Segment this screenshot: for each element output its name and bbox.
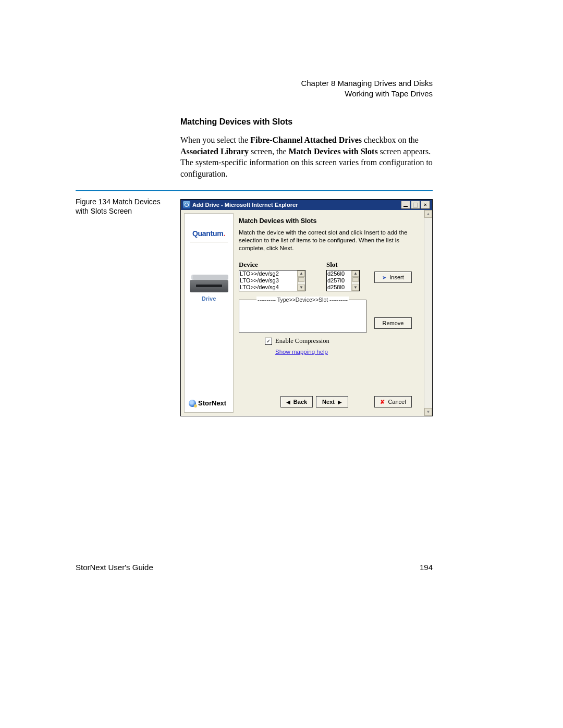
body-paragraph: When you select the Fibre-Channel Attach… [180, 134, 441, 179]
stornext-icon [189, 400, 196, 407]
mapping-legend: ---------- Type>>Device>>Slot ---------- [255, 297, 350, 303]
device-column: Device LTO>>/dev/sg2 LTO>>/dev/sg3 LTO>>… [239, 261, 305, 291]
footer-page-number: 194 [420, 563, 433, 572]
ie-icon [183, 201, 190, 208]
scroll-down-icon[interactable]: ▼ [352, 285, 359, 291]
scroll-down-icon[interactable]: ▼ [298, 285, 305, 291]
device-listbox[interactable]: LTO>>/dev/sg2 LTO>>/dev/sg3 LTO>>/dev/sg… [239, 270, 305, 291]
scroll-up-icon[interactable]: ▲ [298, 270, 305, 277]
slot-column: Slot d256l0 d257l0 d258l0 ▲ ▼ [326, 261, 360, 291]
screen-description: Match the device with the correct slot a… [239, 229, 421, 252]
stornext-logo: StorNext [189, 399, 226, 407]
chapter-subtitle: Working with Tape Drives [224, 89, 433, 99]
screenshot-window: Add Drive - Microsoft Internet Explorer … [180, 199, 433, 416]
cancel-button[interactable]: ✘ Cancel [374, 396, 412, 408]
show-mapping-help-link[interactable]: Show mapping help [275, 349, 328, 355]
enable-compression-row: ✓ Enable Compression [265, 337, 329, 345]
window-titlebar: Add Drive - Microsoft Internet Explorer … [181, 200, 432, 210]
sidebar-divider [190, 242, 228, 242]
device-header: Device [239, 261, 305, 269]
back-button[interactable]: ◀ Back [280, 396, 313, 408]
divider [76, 190, 433, 191]
next-button[interactable]: Next ▶ [316, 396, 348, 408]
quantum-logo: Quantum. [192, 229, 225, 238]
close-button[interactable]: × [421, 201, 430, 209]
minimize-button[interactable] [401, 201, 410, 209]
list-item[interactable]: LTO>>/dev/sg3 [239, 277, 305, 284]
page-header: Chapter 8 Managing Drives and Disks Work… [224, 78, 433, 98]
enable-compression-label: Enable Compression [275, 337, 329, 345]
section-title: Matching Devices with Slots [180, 117, 292, 127]
maximize-button[interactable] [411, 201, 420, 209]
footer-guide: StorNext User's Guide [76, 563, 153, 572]
wizard-footer: ◀ Back Next ▶ ✘ Cancel [234, 396, 421, 408]
enable-compression-checkbox[interactable]: ✓ [265, 338, 272, 345]
list-scrollbar[interactable]: ▲ ▼ [297, 270, 305, 291]
next-arrow-icon: ▶ [338, 399, 342, 405]
list-scrollbar[interactable]: ▲ ▼ [351, 270, 359, 291]
chapter-title: Chapter 8 Managing Drives and Disks [224, 78, 433, 89]
slot-listbox[interactable]: d256l0 d257l0 d258l0 ▲ ▼ [326, 270, 360, 291]
drive-icon [190, 275, 228, 292]
back-arrow-icon: ◀ [286, 399, 290, 405]
window-title: Add Drive - Microsoft Internet Explorer [192, 202, 298, 208]
sidebar: Quantum. Drive StorNext [184, 213, 234, 413]
cancel-x-icon: ✘ [380, 399, 385, 405]
scroll-up-icon[interactable]: ▲ [424, 210, 432, 218]
list-item[interactable]: LTO>>/dev/sg2 [239, 270, 305, 277]
window-buttons: × [401, 201, 430, 209]
slot-header: Slot [326, 261, 360, 269]
list-item[interactable]: LTO>>/dev/sg4 [239, 284, 305, 291]
insert-button[interactable]: ➤ Insert [374, 272, 412, 283]
scrollbar[interactable]: ▲ ▼ [424, 210, 432, 416]
main-panel: Match Devices with Slots Match the devic… [234, 213, 421, 413]
mapping-result-box[interactable]: ---------- Type>>Device>>Slot ---------- [239, 300, 366, 333]
drive-label: Drive [202, 295, 216, 302]
insert-arrow-icon: ➤ [382, 275, 386, 280]
scroll-up-icon[interactable]: ▲ [352, 270, 359, 277]
scroll-down-icon[interactable]: ▼ [424, 408, 432, 416]
remove-button[interactable]: Remove [374, 317, 412, 329]
figure-caption: Figure 134 Match Devices with Slots Scre… [76, 197, 169, 216]
screen-title: Match Devices with Slots [239, 217, 421, 225]
